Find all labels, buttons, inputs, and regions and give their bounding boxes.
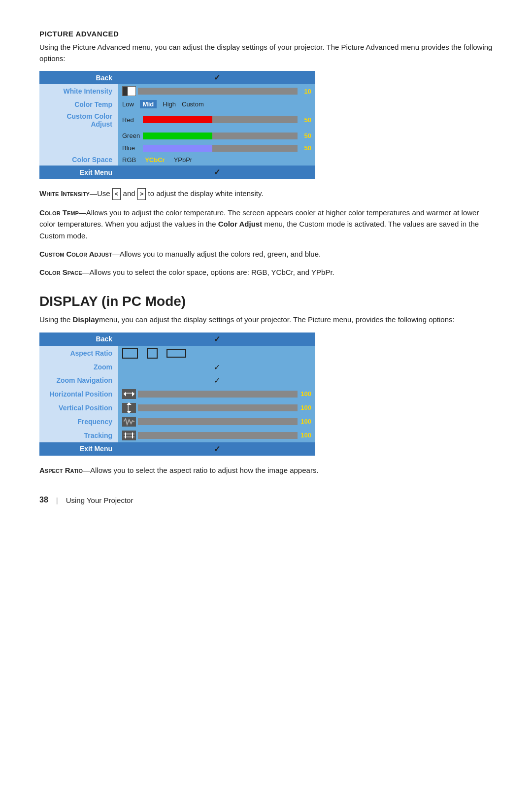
display-intro-use: Using the [39,315,73,324]
tracking-label: Tracking [39,429,118,442]
colortemp-high[interactable]: High [163,100,176,108]
vpos-fill [138,404,202,411]
wi-rest: to adjust the display white intensity. [146,189,263,198]
wi-and: and [121,189,137,198]
desc-color-space: Color Space—Allows you to select the col… [39,266,493,278]
aspect-ratio-content [118,346,315,361]
display-heading: DISPLAY (in PC Mode) [39,294,493,309]
vpos-value: 100 [299,404,311,411]
back-label: Back [39,71,118,84]
display-intro-rest: menu, you can adjust the display setting… [99,315,455,324]
menu-row-custom-color-label: Custom Color Adjust Red 50 [39,110,315,130]
colortemp-mid[interactable]: Mid [140,100,157,108]
red-value: 50 [299,116,311,124]
hpos-track [138,391,298,398]
hpos-label: Horizontal Position [39,387,118,401]
display-exit-check-cell: ✓ [118,442,315,456]
menu-row-green: Green 50 [39,130,315,142]
svg-marker-4 [127,402,132,405]
vpos-track [138,404,298,411]
menu-row-back: Back ✓ [39,71,315,84]
aspect-square-icon[interactable] [147,348,158,359]
white-intensity-value: 10 [299,88,311,95]
ar-term: Aspect Ratio [39,466,83,474]
red-label: Red [122,116,141,124]
aspect-wide-icon[interactable] [122,348,138,359]
wi-emdash: —Use [90,189,112,198]
vpos-icon [122,403,136,413]
colorspace-rgb[interactable]: RGB [122,156,136,164]
display-exit-checkmark: ✓ [122,444,311,454]
blue-label-cell [39,142,118,154]
ct-bold: Color Adjust [218,220,262,228]
colortemp-low[interactable]: Low [122,100,134,108]
hpos-icon [122,389,136,399]
display-row-exit: Exit Menu ✓ [39,442,315,456]
exit-check-cell: ✓ [118,166,315,179]
green-label-cell [39,130,118,142]
cc-term: Custom Color Adjust [39,250,112,258]
wi-term: White Intensity [39,189,90,198]
blue-row-content: Blue 50 [118,142,315,154]
blue-fill [143,145,212,152]
exit-label: Exit Menu [39,166,118,179]
display-row-zoom-nav: Zoom Navigation ✓ [39,374,315,387]
colortemp-custom[interactable]: Custom [182,100,204,108]
wi-left-bracket[interactable]: < [112,188,121,200]
color-space-content: RGB YCbCr YPbPr [118,154,315,166]
hpos-value: 100 [299,390,311,398]
green-label: Green [122,132,141,139]
menu-row-color-temp: Color Temp Low Mid High Custom [39,98,315,110]
green-row-content: Green 50 [118,130,315,142]
page-number: 38 [39,496,48,504]
display-row-hpos: Horizontal Position 100 [39,387,315,401]
vpos-content: 100 [118,401,315,415]
blue-track [143,145,298,152]
display-menu: Back ✓ Aspect Ratio Zoom [39,332,315,456]
picture-advanced-heading: PICTURE ADVANCED [39,30,493,38]
color-temp-content: Low Mid High Custom [118,98,315,110]
display-row-aspect: Aspect Ratio [39,346,315,361]
picture-advanced-menu: Back ✓ White Intensity 10 [39,71,315,179]
ct-term: Color Temp [39,208,79,217]
white-intensity-label: White Intensity [39,84,118,98]
back-check: ✓ [118,71,315,84]
desc-aspect-ratio: Aspect Ratio—Allows you to select the as… [39,465,493,476]
color-space-label: Color Space [39,154,118,166]
display-row-vpos: Vertical Position 100 [39,401,315,415]
hpos-fill [138,391,202,398]
colorspace-ycbcr[interactable]: YCbCr [145,156,165,164]
zoom-check-cell: ✓ [118,361,315,374]
red-fill [143,116,212,123]
aspect-wider-icon[interactable] [166,349,186,358]
picture-advanced-section: PICTURE ADVANCED Using the Picture Advan… [39,30,493,278]
red-track [143,116,298,123]
cs-term: Color Space [39,268,82,276]
footer-text: Using Your Projector [66,496,133,504]
svg-marker-1 [124,392,126,397]
footer: 38 | Using Your Projector [39,496,493,504]
display-back-check-cell: ✓ [118,332,315,346]
zoom-nav-checkmark: ✓ [122,376,311,385]
wi-right-bracket[interactable]: > [137,188,146,200]
red-row-content: Red 50 [118,110,315,130]
colorspace-ypbpr[interactable]: YPbPr [174,156,193,164]
footer-divider: | [56,496,58,504]
white-intensity-icon [122,86,136,96]
menu-row-exit: Exit Menu ✓ [39,166,315,179]
display-row-freq: Frequency 100 [39,415,315,429]
zoom-checkmark: ✓ [122,363,311,372]
tracking-content: 100 [118,429,315,442]
tracking-track [138,432,298,439]
svg-marker-5 [127,411,132,413]
white-intensity-track [138,88,298,95]
display-row-tracking: Tracking 100 [39,429,315,442]
tracking-icon [122,431,136,440]
back-checkmark: ✓ [122,73,311,82]
color-temp-label: Color Temp [39,98,118,110]
green-fill [143,133,212,139]
blue-value: 50 [299,144,311,152]
display-row-zoom: Zoom ✓ [39,361,315,374]
menu-row-white-intensity: White Intensity 10 [39,84,315,98]
aspect-ratio-label: Aspect Ratio [39,346,118,361]
